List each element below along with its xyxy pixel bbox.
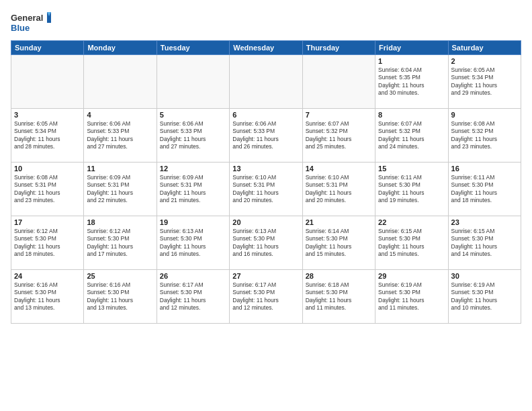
calendar-week-4: 17Sunrise: 6:12 AMSunset: 5:30 PMDayligh… bbox=[11, 216, 521, 270]
calendar-cell: 2Sunrise: 6:05 AMSunset: 5:34 PMDaylight… bbox=[448, 55, 521, 109]
day-number: 21 bbox=[306, 218, 372, 226]
day-number: 18 bbox=[87, 218, 153, 226]
calendar-cell: 24Sunrise: 6:16 AMSunset: 5:30 PMDayligh… bbox=[11, 270, 84, 324]
calendar-cell: 30Sunrise: 6:19 AMSunset: 5:30 PMDayligh… bbox=[448, 270, 521, 324]
calendar-cell: 3Sunrise: 6:05 AMSunset: 5:34 PMDaylight… bbox=[11, 109, 84, 163]
calendar-cell: 17Sunrise: 6:12 AMSunset: 5:30 PMDayligh… bbox=[11, 216, 84, 270]
svg-text:General: General bbox=[11, 13, 43, 23]
calendar-cell: 15Sunrise: 6:11 AMSunset: 5:30 PMDayligh… bbox=[375, 163, 448, 216]
header: General Blue bbox=[11, 8, 521, 35]
calendar-cell: 21Sunrise: 6:14 AMSunset: 5:30 PMDayligh… bbox=[302, 216, 375, 270]
day-info: Sunrise: 6:07 AMSunset: 5:32 PMDaylight:… bbox=[306, 120, 372, 151]
calendar-cell: 13Sunrise: 6:10 AMSunset: 5:31 PMDayligh… bbox=[230, 163, 302, 216]
day-number: 17 bbox=[14, 218, 81, 226]
day-number: 5 bbox=[160, 111, 226, 119]
day-number: 20 bbox=[232, 218, 299, 226]
calendar-cell: 7Sunrise: 6:07 AMSunset: 5:32 PMDaylight… bbox=[302, 109, 375, 163]
day-number: 8 bbox=[378, 111, 445, 119]
day-info: Sunrise: 6:08 AMSunset: 5:31 PMDaylight:… bbox=[14, 174, 81, 205]
day-info: Sunrise: 6:05 AMSunset: 5:34 PMDaylight:… bbox=[451, 66, 518, 97]
day-info: Sunrise: 6:12 AMSunset: 5:30 PMDaylight:… bbox=[14, 228, 81, 259]
weekday-header-thursday: Thursday bbox=[302, 41, 375, 55]
page: General Blue SundayMondayTuesdayWednesda… bbox=[0, 0, 532, 411]
day-number: 28 bbox=[306, 272, 372, 280]
day-number: 13 bbox=[232, 165, 299, 173]
calendar-cell: 4Sunrise: 6:06 AMSunset: 5:33 PMDaylight… bbox=[84, 109, 157, 163]
calendar-cell: 11Sunrise: 6:09 AMSunset: 5:31 PMDayligh… bbox=[84, 163, 157, 216]
day-info: Sunrise: 6:06 AMSunset: 5:33 PMDaylight:… bbox=[160, 120, 226, 151]
day-info: Sunrise: 6:18 AMSunset: 5:30 PMDaylight:… bbox=[306, 281, 372, 312]
day-info: Sunrise: 6:05 AMSunset: 5:34 PMDaylight:… bbox=[14, 120, 81, 151]
calendar-cell: 8Sunrise: 6:07 AMSunset: 5:32 PMDaylight… bbox=[375, 109, 448, 163]
calendar-cell: 6Sunrise: 6:06 AMSunset: 5:33 PMDaylight… bbox=[230, 109, 302, 163]
calendar-cell: 20Sunrise: 6:13 AMSunset: 5:30 PMDayligh… bbox=[230, 216, 302, 270]
calendar-cell: 14Sunrise: 6:10 AMSunset: 5:31 PMDayligh… bbox=[302, 163, 375, 216]
calendar-cell: 22Sunrise: 6:15 AMSunset: 5:30 PMDayligh… bbox=[375, 216, 448, 270]
day-info: Sunrise: 6:17 AMSunset: 5:30 PMDaylight:… bbox=[232, 281, 299, 312]
day-info: Sunrise: 6:09 AMSunset: 5:31 PMDaylight:… bbox=[160, 174, 226, 205]
day-number: 14 bbox=[306, 165, 372, 173]
calendar-cell bbox=[84, 55, 157, 109]
calendar-week-3: 10Sunrise: 6:08 AMSunset: 5:31 PMDayligh… bbox=[11, 163, 521, 216]
calendar-week-1: 1Sunrise: 6:04 AMSunset: 5:35 PMDaylight… bbox=[11, 55, 521, 109]
day-number: 15 bbox=[378, 165, 445, 173]
logo: General Blue bbox=[11, 11, 51, 35]
day-info: Sunrise: 6:12 AMSunset: 5:30 PMDaylight:… bbox=[87, 228, 153, 259]
day-info: Sunrise: 6:04 AMSunset: 5:35 PMDaylight:… bbox=[378, 66, 445, 97]
calendar-cell: 5Sunrise: 6:06 AMSunset: 5:33 PMDaylight… bbox=[157, 109, 229, 163]
day-number: 22 bbox=[378, 218, 445, 226]
day-info: Sunrise: 6:11 AMSunset: 5:30 PMDaylight:… bbox=[451, 174, 518, 205]
calendar-cell: 26Sunrise: 6:17 AMSunset: 5:30 PMDayligh… bbox=[157, 270, 229, 324]
calendar-cell: 18Sunrise: 6:12 AMSunset: 5:30 PMDayligh… bbox=[84, 216, 157, 270]
day-number: 16 bbox=[451, 165, 518, 173]
day-number: 7 bbox=[306, 111, 372, 119]
day-info: Sunrise: 6:16 AMSunset: 5:30 PMDaylight:… bbox=[14, 281, 81, 312]
day-info: Sunrise: 6:13 AMSunset: 5:30 PMDaylight:… bbox=[160, 228, 226, 259]
calendar-table: SundayMondayTuesdayWednesdayThursdayFrid… bbox=[11, 40, 521, 324]
calendar-cell bbox=[11, 55, 84, 109]
day-number: 26 bbox=[160, 272, 226, 280]
weekday-header-tuesday: Tuesday bbox=[157, 41, 229, 55]
calendar-cell: 29Sunrise: 6:19 AMSunset: 5:30 PMDayligh… bbox=[375, 270, 448, 324]
day-info: Sunrise: 6:13 AMSunset: 5:30 PMDaylight:… bbox=[232, 228, 299, 259]
calendar-cell: 27Sunrise: 6:17 AMSunset: 5:30 PMDayligh… bbox=[230, 270, 302, 324]
weekday-header-sunday: Sunday bbox=[11, 41, 84, 55]
calendar-cell: 28Sunrise: 6:18 AMSunset: 5:30 PMDayligh… bbox=[302, 270, 375, 324]
day-info: Sunrise: 6:10 AMSunset: 5:31 PMDaylight:… bbox=[232, 174, 299, 205]
calendar-cell: 19Sunrise: 6:13 AMSunset: 5:30 PMDayligh… bbox=[157, 216, 229, 270]
weekday-header-saturday: Saturday bbox=[448, 41, 521, 55]
day-number: 23 bbox=[451, 218, 518, 226]
day-info: Sunrise: 6:08 AMSunset: 5:32 PMDaylight:… bbox=[451, 120, 518, 151]
calendar-header: SundayMondayTuesdayWednesdayThursdayFrid… bbox=[11, 41, 521, 55]
weekday-header-monday: Monday bbox=[84, 41, 157, 55]
day-number: 19 bbox=[160, 218, 226, 226]
day-number: 30 bbox=[451, 272, 518, 280]
calendar-cell: 23Sunrise: 6:15 AMSunset: 5:30 PMDayligh… bbox=[448, 216, 521, 270]
day-info: Sunrise: 6:07 AMSunset: 5:32 PMDaylight:… bbox=[378, 120, 445, 151]
day-info: Sunrise: 6:19 AMSunset: 5:30 PMDaylight:… bbox=[378, 281, 445, 312]
day-info: Sunrise: 6:09 AMSunset: 5:31 PMDaylight:… bbox=[87, 174, 153, 205]
day-info: Sunrise: 6:16 AMSunset: 5:30 PMDaylight:… bbox=[87, 281, 153, 312]
day-info: Sunrise: 6:11 AMSunset: 5:30 PMDaylight:… bbox=[378, 174, 445, 205]
day-info: Sunrise: 6:15 AMSunset: 5:30 PMDaylight:… bbox=[451, 228, 518, 259]
weekday-header-row: SundayMondayTuesdayWednesdayThursdayFrid… bbox=[11, 41, 521, 55]
day-number: 9 bbox=[451, 111, 518, 119]
day-number: 12 bbox=[160, 165, 226, 173]
logo-svg: General Blue bbox=[11, 11, 51, 35]
day-number: 10 bbox=[14, 165, 81, 173]
calendar-cell: 10Sunrise: 6:08 AMSunset: 5:31 PMDayligh… bbox=[11, 163, 84, 216]
calendar-week-2: 3Sunrise: 6:05 AMSunset: 5:34 PMDaylight… bbox=[11, 109, 521, 163]
day-number: 24 bbox=[14, 272, 81, 280]
calendar-cell: 1Sunrise: 6:04 AMSunset: 5:35 PMDaylight… bbox=[375, 55, 448, 109]
day-info: Sunrise: 6:06 AMSunset: 5:33 PMDaylight:… bbox=[232, 120, 299, 151]
day-info: Sunrise: 6:19 AMSunset: 5:30 PMDaylight:… bbox=[451, 281, 518, 312]
day-number: 27 bbox=[232, 272, 299, 280]
day-info: Sunrise: 6:06 AMSunset: 5:33 PMDaylight:… bbox=[87, 120, 153, 151]
day-info: Sunrise: 6:10 AMSunset: 5:31 PMDaylight:… bbox=[306, 174, 372, 205]
calendar-cell: 9Sunrise: 6:08 AMSunset: 5:32 PMDaylight… bbox=[448, 109, 521, 163]
day-number: 25 bbox=[87, 272, 153, 280]
day-number: 2 bbox=[451, 57, 518, 65]
calendar-cell bbox=[230, 55, 302, 109]
day-info: Sunrise: 6:14 AMSunset: 5:30 PMDaylight:… bbox=[306, 228, 372, 259]
calendar-body: 1Sunrise: 6:04 AMSunset: 5:35 PMDaylight… bbox=[11, 55, 521, 324]
